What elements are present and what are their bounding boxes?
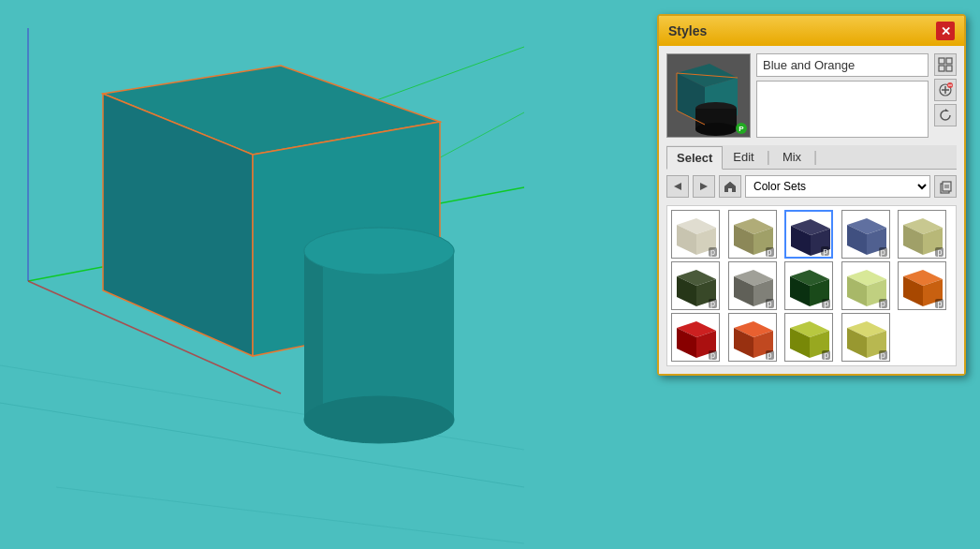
- svg-rect-40: [943, 182, 951, 191]
- panel-body: P Blue and Orange: [659, 46, 964, 374]
- new-style-button[interactable]: [934, 53, 957, 76]
- panel-header: Styles ✕: [659, 16, 964, 46]
- preview-badge: P: [736, 123, 747, 134]
- svg-point-21: [695, 123, 737, 136]
- svg-point-15: [304, 228, 454, 274]
- preview-info: Blue and Orange: [756, 53, 929, 138]
- svg-point-14: [304, 396, 454, 443]
- swatch-14[interactable]: p: [841, 313, 890, 362]
- svg-rect-25: [939, 58, 944, 64]
- svg-rect-12: [304, 251, 454, 420]
- back-button[interactable]: [666, 175, 689, 198]
- swatch-13[interactable]: p: [784, 313, 833, 362]
- swatch-12[interactable]: p: [728, 313, 777, 362]
- swatches-grid: p p p: [666, 205, 957, 366]
- svg-rect-26: [946, 58, 952, 64]
- svg-rect-27: [939, 66, 944, 71]
- svg-marker-36: [700, 183, 708, 190]
- swatch-8[interactable]: p: [784, 261, 833, 310]
- swatch-2[interactable]: p: [728, 210, 777, 259]
- svg-marker-13: [304, 251, 323, 431]
- toolbar-row: Color Sets Default Styles Custom Styles: [666, 175, 957, 198]
- svg-marker-35: [674, 183, 681, 190]
- close-button[interactable]: ✕: [936, 22, 955, 40]
- side-buttons: [934, 53, 957, 138]
- preview-area: P Blue and Orange: [666, 53, 957, 138]
- color-sets-dropdown[interactable]: Color Sets Default Styles Custom Styles: [745, 175, 930, 198]
- tab-mix[interactable]: Mix: [772, 145, 812, 169]
- swatch-3[interactable]: p: [784, 210, 833, 259]
- swatch-6[interactable]: p: [671, 261, 720, 310]
- panel-title: Styles: [668, 23, 707, 38]
- swatch-11[interactable]: p: [671, 313, 720, 362]
- swatch-4[interactable]: p: [841, 210, 890, 259]
- swatch-7[interactable]: p: [728, 261, 777, 310]
- svg-line-2: [56, 487, 524, 543]
- style-description: [756, 81, 929, 138]
- svg-marker-38: [724, 182, 736, 186]
- swatch-5[interactable]: p: [898, 210, 946, 259]
- swatch-10[interactable]: p: [898, 261, 946, 310]
- forward-button[interactable]: [693, 175, 715, 198]
- tab-select[interactable]: Select: [666, 146, 723, 170]
- tabs-row: Select Edit | Mix |: [666, 145, 957, 170]
- styles-panel: Styles ✕: [657, 14, 966, 376]
- svg-rect-28: [946, 66, 952, 71]
- style-name: Blue and Orange: [756, 53, 929, 77]
- tab-edit[interactable]: Edit: [723, 145, 764, 169]
- copy-style-button[interactable]: [934, 175, 957, 198]
- swatch-1[interactable]: p: [671, 210, 720, 259]
- refresh-button[interactable]: [934, 104, 957, 126]
- style-thumbnail: P: [666, 53, 751, 138]
- add-style-button[interactable]: [934, 79, 957, 101]
- home-button[interactable]: [719, 175, 741, 198]
- svg-marker-34: [945, 109, 949, 111]
- swatch-9[interactable]: p: [841, 261, 890, 310]
